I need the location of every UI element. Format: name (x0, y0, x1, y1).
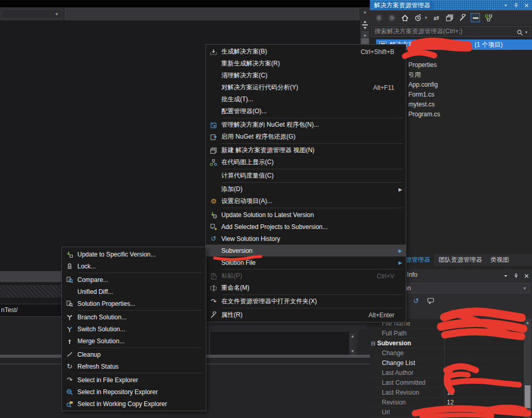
menu-item-生成解决方案-b-[interactable]: 生成解决方案(B)Ctrl+Shift+B (206, 46, 406, 58)
grid-row-full-path[interactable]: Full Path (370, 329, 524, 339)
grid-label: Full Path (370, 330, 444, 337)
message-textbox-fragment[interactable]: ▲ ▼ (209, 331, 357, 356)
pin-icon[interactable] (512, 2, 520, 9)
menu-item-重命名-m-[interactable]: 重命名(M) (206, 282, 406, 294)
grid-row-url[interactable]: Url (370, 408, 524, 417)
scrollbar-thumb[interactable] (525, 385, 530, 408)
tab-团队资源管理器[interactable]: 团队资源管理器 (434, 254, 486, 266)
back-icon[interactable] (374, 13, 383, 22)
chevron-down-icon[interactable]: ▼ (361, 10, 369, 15)
grid-row-revision[interactable]: Revision12 (370, 398, 524, 408)
sync-with-active-document-icon[interactable] (484, 13, 493, 22)
menu-item-设置启动项目-a-[interactable]: ⚙设置启动项目(A)... (206, 195, 406, 207)
menu-item-批生成-t-[interactable]: 批生成(T)... (206, 93, 406, 105)
panel-title: 解决方案资源管理器 (374, 1, 434, 10)
submenu-item-cleanup[interactable]: Cleanup (62, 348, 206, 360)
textbox-scrollbar[interactable]: ▲ ▼ (349, 332, 356, 355)
close-icon[interactable] (523, 272, 530, 279)
grid-row-change-list[interactable]: Change List (370, 358, 524, 368)
collapse-all-icon[interactable] (445, 13, 454, 22)
scroll-up-icon[interactable]: ▲ (524, 320, 531, 325)
chevron-down-icon[interactable]: ▼ (524, 28, 528, 37)
scroll-up-icon[interactable]: ▲ (361, 33, 369, 37)
menu-item-在文件资源管理器中打开文件夹-x-[interactable]: ↷在文件资源管理器中打开文件夹(X) (206, 295, 406, 307)
grid-row-last-revision[interactable]: Last Revision12 (370, 388, 524, 398)
submenu-item-compare-[interactable]: Compare... (62, 274, 206, 286)
tab-类视图[interactable]: 类视图 (486, 254, 513, 266)
main-toolbar: ▼ (0, 7, 370, 21)
submenu-item-switch-solution-[interactable]: Switch Solution... (62, 323, 206, 335)
submenu-item-select-in-file-explorer[interactable]: ↷Select in File Explorer (62, 374, 206, 386)
menu-item-在代码图上显示-c-[interactable]: 在代码图上显示(C) (206, 156, 406, 168)
menu-item-对解决方案运行代码分析-y-[interactable]: 对解决方案运行代码分析(Y)Alt+F11 (206, 82, 406, 93)
menu-item-label: 重新生成解决方案(R) (221, 59, 394, 68)
menu-item-粘贴-p-[interactable]: 粘贴(P)Ctrl+V (206, 270, 406, 282)
chevron-down-icon[interactable]: ▼ (424, 16, 428, 20)
solution-explorer-titlebar[interactable]: 解决方案资源管理器 (370, 0, 532, 10)
history-icon[interactable]: ↺ (411, 296, 421, 305)
scroll-down-icon[interactable]: ▼ (349, 349, 356, 354)
menu-item-label: Merge Solution... (77, 338, 194, 345)
submenu-item-unified-diff-[interactable]: Unified Diff... (62, 286, 206, 298)
scroll-up-icon[interactable]: ▲ (349, 334, 356, 339)
submenu-item-update-to-specific-version-[interactable]: Update to Specific Version... (62, 248, 206, 260)
menu-item-update-solution-to-latest-version[interactable]: Update Solution to Latest Version (206, 209, 406, 221)
search-icon[interactable] (516, 29, 523, 36)
grid-row-last-committed[interactable]: Last Committed (370, 378, 524, 388)
window-position-icon[interactable] (502, 272, 509, 279)
pending-changes-filter-icon[interactable] (413, 13, 422, 22)
menu-item-添加-d-[interactable]: 添加(D)▶ (206, 183, 406, 195)
collapse-box-icon[interactable]: ⊟ (371, 341, 375, 346)
menu-item-属性-r-[interactable]: 属性(R)Alt+Enter (206, 309, 406, 321)
forward-icon[interactable] (387, 13, 396, 22)
wc-explorer-icon (62, 400, 77, 408)
solution-explorer-toolbar: ▼⇄ (370, 10, 532, 25)
menu-item-重新生成解决方案-r-[interactable]: 重新生成解决方案(R) (206, 58, 406, 70)
preview-selected-items-icon[interactable] (471, 13, 480, 22)
rename-icon (206, 285, 221, 292)
submenu-item-solution-properties-[interactable]: Solution Properties... (62, 298, 206, 309)
menu-item-计算代码度量值-c-[interactable]: 计算代码度量值(C) (206, 170, 406, 182)
menu-item-启用-nuget-程序包还原-g-[interactable]: 启用 NuGet 程序包还原(G) (206, 131, 406, 143)
gear-icon: ⚙ (206, 197, 221, 205)
submenu-item-select-in-repository-explorer[interactable]: Select in Repository Explorer (62, 386, 206, 398)
submenu-item-merge-solution-[interactable]: Merge Solution... (62, 335, 206, 347)
toolbar-combobox[interactable]: ▼ (1, 9, 62, 19)
menu-item-配置管理器-o-[interactable]: 配置管理器(O)... (206, 105, 406, 117)
home-icon[interactable] (400, 13, 409, 22)
refresh-icon[interactable]: ⇄ (432, 13, 441, 22)
grid-row-subversion[interactable]: ⊟Subversion (370, 339, 524, 348)
menu-item-subversion[interactable]: Subversion▶ (206, 245, 406, 257)
menu-item-新建-解决方案资源管理器-视图-n-[interactable]: 新建 解决方案资源管理器 视图(N) (206, 144, 406, 156)
grid-label: Change List (370, 359, 444, 367)
grid-scrollbar[interactable]: ▲ (524, 319, 531, 418)
window-position-icon[interactable] (502, 2, 509, 9)
submenu-item-refresh-status[interactable]: ↻Refresh Status (62, 360, 206, 372)
properties-icon[interactable] (458, 13, 467, 22)
comment-icon[interactable] (426, 296, 435, 305)
grid-value (444, 339, 524, 348)
splitter-handle-icon[interactable] (362, 21, 368, 29)
grid-row-change[interactable]: Change (370, 348, 524, 358)
pin-icon[interactable] (512, 272, 520, 279)
submenu-item-branch-solution-[interactable]: Branch Solution... (62, 311, 206, 323)
menu-item-solution-file[interactable]: Solution File▶ (206, 257, 406, 268)
subversion-submenu: Update to Specific Version...Lock...Comp… (61, 247, 206, 411)
grid-label: Url (370, 409, 444, 416)
menu-item-管理解决方案的-nuget-程序包-n-[interactable]: 管理解决方案的 NuGet 程序包(N)... (206, 119, 406, 131)
close-icon[interactable] (523, 2, 530, 9)
vs-workspace: ▼ ▼ ▲ nTest/ ▲ ▼ 解决方案资源管理器 ▼⇄ (0, 0, 532, 418)
grid-row-last-author[interactable]: Last Author (370, 368, 524, 378)
menu-item-add-selected-projects-to-subversion-[interactable]: Add Selected Projects to Subversion... (206, 221, 406, 233)
submenu-item-select-in-working-copy-explorer[interactable]: Select in Working Copy Explorer (62, 398, 206, 410)
submenu-arrow-icon: ▶ (398, 248, 402, 253)
menu-item-label: 在文件资源管理器中打开文件夹(X) (221, 297, 394, 306)
submenu-item-lock-[interactable]: Lock... (62, 260, 206, 272)
menu-item-label: 粘贴(P) (221, 272, 369, 280)
menu-separator (222, 182, 403, 183)
menu-item-view-solution-history[interactable]: ↺View Solution History (206, 233, 406, 245)
solution-context-menu: 生成解决方案(B)Ctrl+Shift+B重新生成解决方案(R)清理解决方案(C… (205, 44, 406, 322)
search-input[interactable]: 搜索解决方案资源管理器(Ctrl+;) ▼ (371, 26, 531, 37)
menu-separator (222, 169, 403, 169)
menu-item-清理解决方案-c-[interactable]: 清理解决方案(C) (206, 70, 406, 82)
